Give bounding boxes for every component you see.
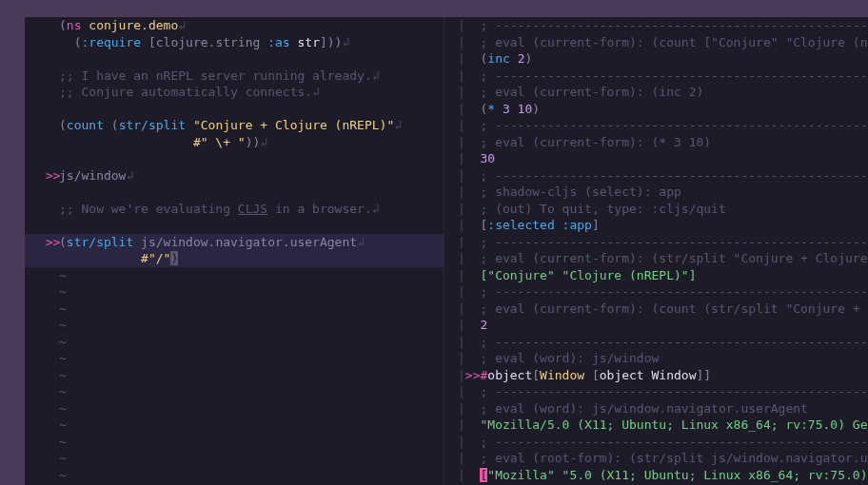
log-line: | ; eval (current-form): (* 3 10)	[444, 134, 868, 151]
log-line: | ; ------------------------------------…	[444, 334, 868, 351]
log-line: | [:selected :app]	[444, 217, 868, 234]
log-line: | ; ------------------------------------…	[444, 17, 868, 34]
tilde-line: ~	[25, 350, 444, 367]
source-pane[interactable]: (ns conjure.demo↲ (:require [clojure.str…	[25, 17, 444, 485]
tilde-line: ~	[25, 334, 444, 351]
tilde-line: ~	[25, 434, 444, 451]
log-line: | ["Mozilla" "5.0 (X11; Ubuntu; Linux x8…	[444, 467, 868, 484]
eval-prompt: >>	[46, 234, 61, 251]
code-line: #" \+ "))↲	[25, 134, 444, 151]
log-line: | 30	[444, 150, 868, 167]
active-line[interactable]: >>(str/split js/window.navigator.userAge…	[25, 234, 444, 251]
active-line[interactable]: #"/")	[25, 250, 444, 267]
code-line: ;; I have an nREPL server running alread…	[25, 68, 444, 85]
repl-log-pane[interactable]: | ; ------------------------------------…	[444, 17, 868, 485]
code-line	[25, 101, 444, 118]
code-line: ;; Conjure automatically connects.↲	[25, 84, 444, 101]
editor-window: (ns conjure.demo↲ (:require [clojure.str…	[25, 17, 868, 485]
cursor: )	[170, 251, 178, 265]
log-line: | ; eval (word): js/window.navigator.use…	[444, 400, 868, 417]
code-line: ;; Now we're evaluating CLJS in a browse…	[25, 201, 444, 218]
eval-prompt: >>	[46, 167, 61, 184]
log-line: | ; eval (current-form): (count ["Conjur…	[444, 34, 868, 51]
tilde-line: ~	[25, 367, 444, 384]
log-line: | "Mozilla/5.0 (X11; Ubuntu; Linux x86_6…	[444, 417, 868, 434]
log-line: | ; ------------------------------------…	[444, 68, 868, 85]
code-line: (count (str/split "Conjure + Clojure (nR…	[25, 117, 444, 134]
code-line: >>js/window↲	[25, 167, 444, 184]
log-line: | ; ------------------------------------…	[444, 283, 868, 301]
tilde-line: ~	[25, 301, 444, 318]
tilde-line: ~	[25, 383, 444, 400]
tilde-line: ~	[25, 283, 444, 301]
log-line: | ; shadow-cljs (select): app	[444, 184, 868, 201]
log-line: | ; ------------------------------------…	[444, 234, 868, 251]
tilde-line: ~	[25, 467, 444, 484]
log-line: | 2	[444, 317, 868, 334]
log-line: | ["Conjure" "Clojure (nREPL)"]	[444, 267, 868, 284]
log-line: |>>#object[Window [object Window]]	[444, 367, 868, 384]
eval-prompt: >>	[465, 368, 481, 382]
code-line	[25, 150, 444, 167]
log-line: | ; eval (current-form): (str/split "Con…	[444, 250, 868, 267]
log-line: | ; (out) To quit, type: :cljs/quit	[444, 201, 868, 218]
code-line: (:require [clojure.string :as str]))↲	[25, 34, 444, 51]
log-line: | (* 3 10)	[444, 101, 868, 118]
log-line: | ; ------------------------------------…	[444, 383, 868, 400]
tilde-line: ~	[25, 417, 444, 434]
log-line: | ; ------------------------------------…	[444, 117, 868, 134]
log-line: | ; ------------------------------------…	[444, 434, 868, 451]
log-line: | ; eval (word): js/window	[444, 350, 868, 367]
tilde-line: ~	[25, 400, 444, 417]
log-line: | ; eval (root-form): (str/split js/wind…	[444, 450, 868, 467]
code-line	[25, 184, 444, 201]
log-line: | ; ------------------------------------…	[444, 167, 868, 184]
log-line: | ; eval (current-form): (count (str/spl…	[444, 301, 868, 318]
log-line: | (inc 2)	[444, 50, 868, 68]
tilde-line: ~	[25, 450, 444, 467]
log-line: | ; eval (current-form): (inc 2)	[444, 84, 868, 101]
code-line	[25, 50, 444, 68]
tilde-line: ~	[25, 267, 444, 284]
code-line	[25, 217, 444, 234]
tilde-line: ~	[25, 317, 444, 334]
code-line: (ns conjure.demo↲	[25, 17, 444, 34]
